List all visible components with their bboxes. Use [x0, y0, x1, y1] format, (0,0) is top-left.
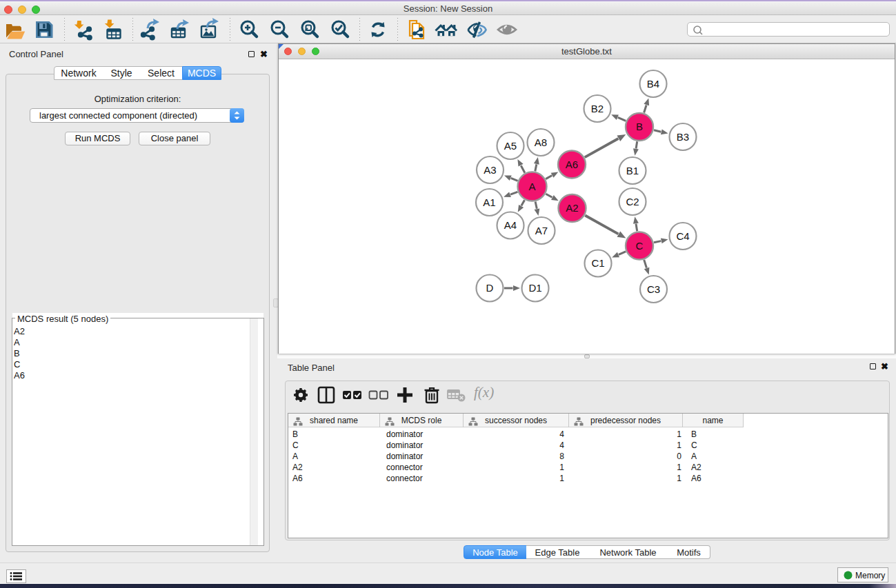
svg-text:A8: A8	[535, 136, 547, 148]
svg-text:B4: B4	[647, 78, 659, 90]
svg-text:C3: C3	[647, 283, 660, 295]
svg-text:C4: C4	[676, 230, 689, 242]
svg-text:B: B	[636, 121, 643, 132]
svg-text:A4: A4	[504, 219, 517, 231]
svg-text:A6: A6	[566, 159, 578, 170]
svg-text:D: D	[486, 282, 494, 294]
svg-text:A2: A2	[566, 202, 578, 214]
svg-text:A5: A5	[504, 140, 517, 152]
svg-text:B3: B3	[677, 131, 689, 143]
svg-text:D1: D1	[528, 282, 541, 294]
svg-text:A: A	[528, 181, 535, 192]
svg-text:B1: B1	[626, 165, 639, 176]
svg-text:B2: B2	[591, 103, 604, 114]
svg-text:C2: C2	[626, 196, 639, 207]
svg-text:A7: A7	[535, 225, 548, 236]
svg-text:C: C	[636, 240, 644, 252]
svg-text:A3: A3	[484, 164, 496, 176]
svg-text:A1: A1	[483, 196, 495, 208]
svg-text:C1: C1	[591, 257, 604, 269]
